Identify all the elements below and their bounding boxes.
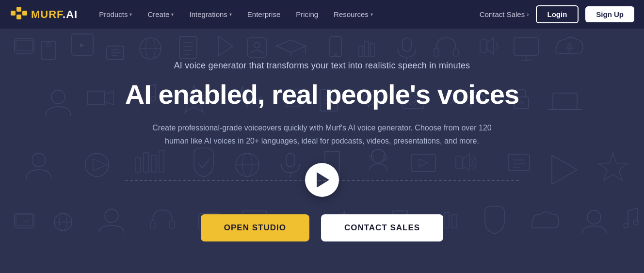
chevron-down-icon: ▾ — [129, 12, 132, 17]
svg-point-28 — [335, 53, 337, 56]
logo[interactable]: MURF.AI — [10, 6, 78, 23]
svg-text:HD: HD — [23, 219, 30, 224]
svg-point-43 — [51, 90, 65, 104]
nav-right: Contact Sales › Login Sign Up — [480, 5, 634, 23]
nav-integrations[interactable]: Integrations ▾ — [182, 6, 238, 22]
svg-rect-29 — [359, 46, 363, 57]
signup-button[interactable]: Sign Up — [585, 6, 634, 22]
nav-resources[interactable]: Resources ▾ — [327, 6, 380, 22]
chevron-down-icon: ▾ — [370, 12, 373, 17]
svg-rect-31 — [370, 44, 374, 57]
svg-marker-22 — [218, 36, 233, 56]
svg-point-114 — [624, 223, 628, 228]
svg-rect-5 — [16, 40, 32, 51]
dashed-divider — [125, 180, 519, 181]
svg-point-16 — [145, 38, 155, 59]
chevron-down-icon: ▾ — [229, 12, 232, 17]
logo-text: MURF.AI — [31, 8, 78, 21]
contact-sales-nav-link[interactable]: Contact Sales › — [480, 10, 529, 18]
svg-point-14 — [140, 38, 161, 59]
chevron-down-icon: ▾ — [171, 12, 174, 17]
svg-rect-3 — [22, 11, 27, 16]
svg-rect-2 — [16, 15, 21, 19]
svg-marker-70 — [93, 159, 107, 171]
hero-subtitle: AI voice generator that transforms your … — [125, 61, 519, 71]
svg-rect-8 — [72, 34, 93, 55]
cta-buttons: OPEN STUDIO CONTACT SALES — [125, 214, 519, 241]
svg-rect-36 — [480, 40, 487, 52]
svg-point-98 — [59, 213, 67, 231]
svg-text:▶: ▶ — [80, 41, 84, 48]
svg-point-7 — [47, 43, 50, 47]
svg-point-113 — [587, 210, 601, 224]
svg-marker-45 — [105, 91, 113, 105]
svg-rect-66 — [553, 93, 577, 110]
nav-links: Products ▾ Create ▾ Integrations ▾ Enter… — [92, 6, 480, 22]
svg-rect-32 — [402, 38, 411, 51]
svg-rect-93 — [15, 213, 34, 228]
svg-marker-91 — [552, 155, 577, 184]
svg-rect-44 — [87, 91, 105, 105]
svg-point-24 — [254, 42, 260, 48]
nav-products[interactable]: Products ▾ — [92, 6, 139, 22]
arrow-right-icon: › — [527, 11, 529, 18]
svg-marker-25 — [276, 40, 306, 52]
login-button[interactable]: Login — [536, 5, 579, 23]
svg-point-115 — [633, 220, 638, 225]
navbar: MURF.AI Products ▾ Create ▾ Integrations… — [0, 0, 644, 29]
svg-rect-1 — [16, 7, 21, 12]
svg-point-96 — [54, 213, 72, 231]
svg-rect-27 — [330, 36, 341, 57]
svg-rect-6 — [41, 41, 56, 60]
svg-marker-92 — [598, 153, 628, 180]
hero-content: AI voice generator that transforms your … — [115, 61, 529, 241]
logo-icon — [10, 6, 27, 23]
svg-marker-37 — [487, 38, 494, 54]
svg-rect-30 — [365, 41, 369, 57]
svg-point-69 — [85, 153, 109, 177]
nav-create[interactable]: Create ▾ — [141, 6, 180, 22]
svg-point-68 — [32, 153, 46, 167]
hero-section: ▶ — [0, 0, 644, 273]
svg-rect-35 — [453, 48, 458, 56]
svg-rect-23 — [247, 38, 267, 57]
svg-rect-17 — [179, 36, 197, 59]
svg-rect-34 — [434, 48, 439, 56]
svg-rect-38 — [514, 38, 538, 55]
svg-rect-94 — [16, 215, 32, 225]
svg-rect-10 — [107, 46, 124, 60]
play-row — [125, 163, 519, 197]
svg-marker-42 — [567, 43, 573, 48]
nav-pricing[interactable]: Pricing — [289, 6, 325, 22]
hero-description: Create professional-grade voiceovers qui… — [147, 121, 497, 147]
open-studio-button[interactable]: OPEN STUDIO — [201, 214, 309, 241]
hero-title: AI enabled, real people's voices — [125, 80, 519, 110]
nav-enterprise[interactable]: Enterprise — [241, 6, 287, 22]
contact-sales-button[interactable]: CONTACT SALES — [321, 214, 443, 241]
svg-rect-0 — [11, 11, 16, 16]
svg-rect-4 — [15, 39, 34, 53]
